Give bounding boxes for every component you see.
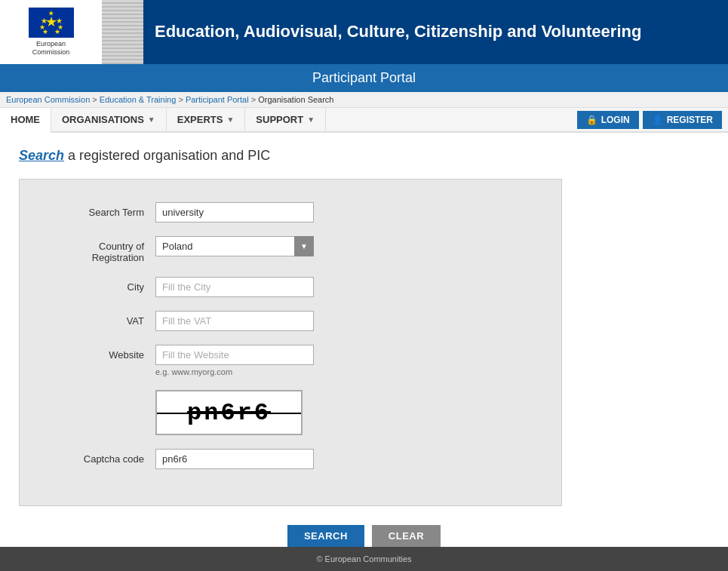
header-sub-bar: Participant Portal: [0, 64, 728, 92]
city-input[interactable]: [155, 277, 314, 297]
vat-input[interactable]: [155, 311, 314, 331]
website-input[interactable]: [155, 345, 314, 365]
svg-text:★: ★: [54, 28, 60, 35]
website-hint: e.g. www.myorg.com: [155, 367, 314, 376]
captcha-code-row: Captcha code: [50, 449, 531, 469]
page-content: Search a registered organisation and PIC…: [0, 133, 728, 562]
heading-rest: a registered organisation and PIC: [68, 148, 270, 163]
country-select-wrapper: Select... Poland Austria Belgium France …: [155, 236, 314, 256]
heading-search: Search: [19, 148, 64, 163]
vat-row: VAT: [50, 311, 531, 331]
lock-icon: [586, 115, 597, 125]
captcha-input[interactable]: [155, 449, 314, 469]
page-heading: Search a registered organisation and PIC: [19, 148, 709, 164]
captcha-label: Captcha code: [50, 449, 155, 465]
country-label: Country of Registration: [50, 236, 155, 263]
nav-right: LOGIN REGISTER: [571, 108, 728, 131]
nav-home[interactable]: HOME: [0, 108, 51, 133]
city-label: City: [50, 277, 155, 293]
nav-experts[interactable]: EXPERTS ▼: [167, 108, 246, 131]
header: ★ ★ ★ ★ ★ ★ ★ European Commission Educat…: [0, 0, 728, 64]
search-term-label: Search Term: [50, 202, 155, 218]
portal-subtitle: Participant Portal: [312, 70, 416, 86]
search-form: Search Term Country of Registration Sele…: [19, 179, 562, 506]
country-select[interactable]: Select... Poland Austria Belgium France …: [155, 236, 314, 256]
svg-text:★: ★: [42, 28, 48, 35]
captcha-image-row: pn6r6: [50, 390, 531, 435]
website-row: Website e.g. www.myorg.com: [50, 345, 531, 376]
organisations-dropdown-icon: ▼: [148, 115, 155, 124]
breadcrumb-ec[interactable]: European Commission: [6, 95, 90, 104]
website-label: Website: [50, 345, 155, 361]
breadcrumb-education[interactable]: Education & Training: [100, 95, 177, 104]
header-title-area: Education, Audiovisual, Culture, Citizen…: [143, 0, 728, 64]
footer-text: © European Communities: [316, 554, 411, 562]
eu-flag-icon: ★ ★ ★ ★ ★ ★ ★: [29, 8, 74, 38]
captcha-display-text: pn6r6: [187, 399, 271, 427]
header-stripe: [102, 0, 143, 64]
search-term-input[interactable]: [155, 202, 314, 223]
search-term-row: Search Term: [50, 202, 531, 223]
login-button[interactable]: LOGIN: [577, 111, 639, 129]
support-dropdown-icon: ▼: [307, 115, 315, 124]
search-button[interactable]: SEARCH: [287, 525, 364, 547]
vat-label: VAT: [50, 311, 155, 327]
nav-organisations[interactable]: ORGANISATIONS ▼: [51, 108, 167, 131]
clear-button[interactable]: CLEAR: [372, 525, 441, 547]
experts-dropdown-icon: ▼: [226, 115, 234, 124]
breadcrumb-portal[interactable]: Participant Portal: [186, 95, 249, 104]
captcha-image: pn6r6: [155, 390, 303, 435]
commission-label: European Commission: [32, 40, 70, 57]
nav-bar: HOME ORGANISATIONS ▼ EXPERTS ▼ SUPPORT ▼…: [0, 108, 728, 133]
nav-support[interactable]: SUPPORT ▼: [245, 108, 326, 131]
form-buttons: SEARCH CLEAR: [19, 525, 709, 547]
main-title: Education, Audiovisual, Culture, Citizen…: [155, 21, 728, 43]
country-row: Country of Registration Select... Poland…: [50, 236, 531, 263]
breadcrumb-current: Organisation Search: [258, 95, 333, 104]
nav-left: HOME ORGANISATIONS ▼ EXPERTS ▼ SUPPORT ▼: [0, 108, 326, 131]
footer: © European Communities: [0, 547, 728, 562]
logo-area: ★ ★ ★ ★ ★ ★ ★ European Commission: [0, 0, 102, 64]
website-field-group: e.g. www.myorg.com: [155, 345, 314, 376]
register-button[interactable]: REGISTER: [643, 111, 722, 129]
person-icon: [652, 115, 663, 125]
city-row: City: [50, 277, 531, 297]
breadcrumb: European Commission > Education & Traini…: [0, 92, 728, 108]
